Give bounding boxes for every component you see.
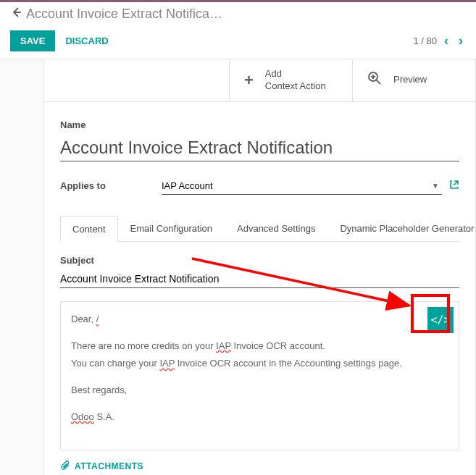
- subject-label: Subject: [60, 255, 459, 266]
- body-line1a: There are no more credits on your: [71, 340, 216, 351]
- body-iap-2: IAP: [159, 358, 175, 369]
- top-buttons: + Add Context Action Preview: [44, 59, 475, 102]
- pager-next-icon[interactable]: ›: [456, 33, 466, 49]
- discard-button[interactable]: DISCARD: [55, 30, 118, 51]
- body-greeting: Dear,: [71, 314, 96, 324]
- code-icon: </>: [430, 314, 450, 327]
- form-inner: Name Applies to ▼ Content Email Configu: [44, 102, 475, 475]
- header-bar: Account Invoice Extract Notifica…: [0, 0, 476, 25]
- attachments-button[interactable]: ATTACHMENTS: [60, 461, 459, 473]
- body-regards: Best regards,: [71, 383, 422, 398]
- add-context-action-button[interactable]: + Add Context Action: [229, 59, 352, 101]
- app-window: Account Invoice Extract Notifica… SAVE D…: [0, 0, 476, 475]
- content-area: + Add Context Action Preview Name Applie…: [0, 59, 476, 475]
- external-link-icon[interactable]: [449, 180, 459, 192]
- preview-button[interactable]: Preview: [352, 59, 475, 101]
- pager-prev-icon[interactable]: ‹: [441, 33, 451, 49]
- form-sheet: + Add Context Action Preview Name Applie…: [43, 59, 476, 475]
- top-spacer: [44, 59, 229, 101]
- code-view-button[interactable]: </>: [427, 307, 454, 333]
- tabs: Content Email Configuration Advanced Set…: [60, 215, 459, 242]
- body-line2b: Invoice OCR account in the Accounting se…: [175, 358, 402, 369]
- breadcrumb: Account Invoice Extract Notifica…: [26, 7, 222, 22]
- applies-to-input[interactable]: [162, 177, 442, 195]
- body-sign-a: Odoo: [71, 411, 94, 422]
- back-arrow-icon[interactable]: [10, 7, 22, 22]
- toolbar: SAVE DISCARD 1 / 80 ‹ ›: [0, 25, 476, 59]
- name-input[interactable]: [60, 135, 459, 161]
- paperclip-icon: [60, 461, 70, 473]
- preview-label: Preview: [393, 74, 427, 86]
- tab-content[interactable]: Content: [60, 216, 118, 242]
- name-field: Name: [60, 119, 459, 161]
- applies-to-field: Applies to ▼: [60, 177, 459, 195]
- applies-to-select[interactable]: ▼: [162, 177, 442, 195]
- add-context-label: Add Context Action: [265, 68, 326, 93]
- tab-email-configuration[interactable]: Email Configuration: [118, 215, 225, 241]
- plus-icon: +: [244, 71, 254, 90]
- zoom-in-icon: [367, 71, 382, 90]
- pager: 1 / 80 ‹ ›: [413, 33, 466, 49]
- subject-field: Subject: [60, 255, 459, 288]
- body-line1b: Invoice OCR account.: [231, 340, 325, 351]
- name-label: Name: [60, 119, 459, 130]
- body-iap-1: IAP: [216, 340, 231, 351]
- body-line2a: You can charge your: [71, 358, 159, 369]
- attachments-label: ATTACHMENTS: [75, 461, 143, 471]
- body-sign-b: S.A.: [94, 411, 114, 422]
- svg-line-1: [377, 80, 381, 84]
- tab-dynamic-placeholder-generator[interactable]: Dynamic Placeholder Generator: [327, 215, 476, 241]
- subject-input[interactable]: [60, 270, 459, 288]
- pager-text: 1 / 80: [413, 35, 437, 46]
- applies-to-label: Applies to: [60, 180, 162, 191]
- editor-wrap: Dear, / There are no more credits on you…: [60, 301, 459, 450]
- tab-advanced-settings[interactable]: Advanced Settings: [225, 215, 327, 241]
- body-editor[interactable]: Dear, / There are no more credits on you…: [60, 301, 459, 450]
- body-slash: /: [96, 314, 99, 324]
- save-button[interactable]: SAVE: [10, 30, 55, 51]
